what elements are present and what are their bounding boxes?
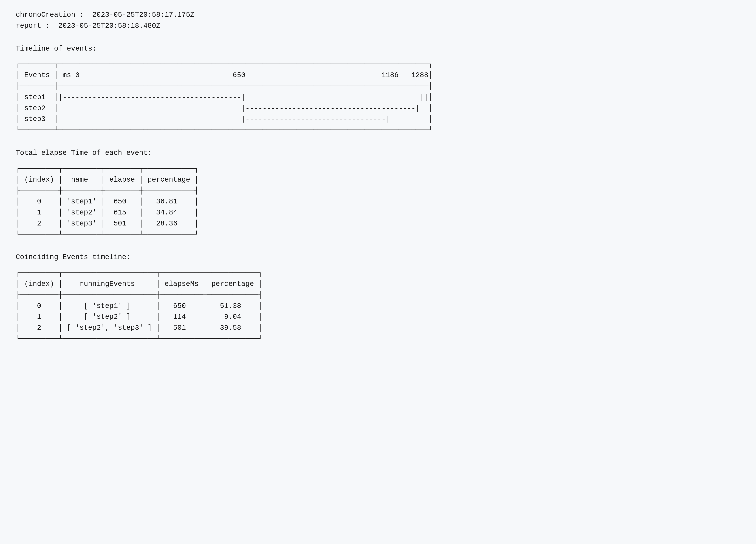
timeline-title: Timeline of events: <box>16 43 740 54</box>
console-output: chronoCreation : 2023-05-25T20:58:17.175… <box>0 0 756 354</box>
elapse-title: Total elapse Time of each event: <box>16 148 740 159</box>
coinciding-table: ┌─────────┬──────────────────────┬──────… <box>16 268 740 344</box>
timeline-chart: ┌────────┬──────────────────────────────… <box>16 59 740 136</box>
elapse-table: ┌─────────┬─────────┬────────┬──────────… <box>16 163 740 240</box>
header-lines: chronoCreation : 2023-05-25T20:58:17.175… <box>16 9 740 31</box>
coinciding-title: Coinciding Events timeline: <box>16 252 740 263</box>
